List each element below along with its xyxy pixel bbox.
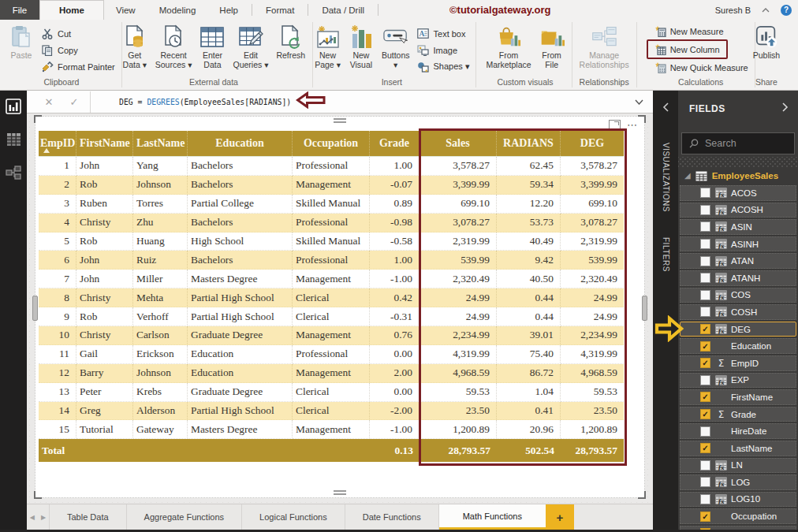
new-page-button[interactable]: New Page ▾ <box>311 22 345 71</box>
field-item-education[interactable]: ✓Education <box>680 338 796 354</box>
checkbox-unchecked[interactable] <box>700 494 710 504</box>
tab-modeling[interactable]: Modeling <box>147 0 208 20</box>
publish-button[interactable]: Publish <box>745 22 788 62</box>
page-tab-logical-functions[interactable]: Logical Functions <box>242 504 345 530</box>
field-item-atan[interactable]: fxATAN <box>680 253 796 269</box>
table-visual[interactable]: ⋯ EmpIDFirstNameLastNameEducationOccupat… <box>35 116 645 498</box>
more-options-icon[interactable]: ⋯ <box>627 123 638 128</box>
tab-file[interactable]: File <box>0 0 39 20</box>
new-measure-button[interactable]: New Measure <box>651 22 727 40</box>
help-icon[interactable]: ? <box>781 5 792 16</box>
field-item-ln[interactable]: fxLN <box>680 458 796 474</box>
tab-help[interactable]: Help <box>207 0 250 20</box>
text-box-button[interactable]: A Text box <box>414 25 469 42</box>
column-header-education[interactable]: Education <box>188 131 293 156</box>
field-item-log[interactable]: fxLOG <box>680 474 796 490</box>
field-item-asin[interactable]: fxASIN <box>680 219 796 235</box>
formula-expression[interactable]: DEG = DEGREES(EmployeeSales[RADIANS]) <box>119 98 291 106</box>
table-header-row[interactable]: EmpIDFirstNameLastNameEducationOccupatio… <box>39 131 624 157</box>
from-marketplace-button[interactable]: From Marketplace <box>482 22 535 71</box>
table-row[interactable]: 11GailEricksonEducationProfessional0.004… <box>39 345 624 364</box>
cancel-formula-icon[interactable]: ✕ <box>39 96 58 108</box>
checkbox-checked[interactable]: ✓ <box>700 512 710 522</box>
column-header-grade[interactable]: Grade <box>370 131 420 156</box>
page-tab-date-functions[interactable]: Date Functions <box>345 504 438 530</box>
checkbox-unchecked[interactable] <box>700 307 710 317</box>
checkbox-unchecked[interactable] <box>700 477 710 487</box>
new-page-tab-button[interactable]: + <box>546 504 574 530</box>
column-header-radians[interactable]: RADIANS <box>497 131 561 156</box>
page-tab-math-functions[interactable]: Math Functions <box>439 504 546 530</box>
report-view-icon[interactable] <box>6 99 21 114</box>
recent-sources-button[interactable]: Recent Sources ▾ <box>151 22 196 71</box>
drag-handle-bottom[interactable] <box>334 490 346 496</box>
column-header-sales[interactable]: Sales <box>420 131 497 156</box>
shapes-button[interactable]: Shapes ▾ <box>414 58 473 75</box>
checkbox-unchecked[interactable] <box>700 188 710 198</box>
checkbox-unchecked[interactable] <box>700 290 710 300</box>
field-item-acosh[interactable]: fxACOSH <box>680 203 796 218</box>
table-row[interactable]: 8ChristyMehtaPartial High SchoolClerical… <box>39 288 624 307</box>
table-row[interactable]: 3RubenTorresPartial CollegeSkilled Manua… <box>39 195 624 214</box>
data-view-icon[interactable] <box>6 132 21 147</box>
collapse-ribbon-icon[interactable] <box>762 6 770 14</box>
table-row[interactable]: 12BarryJohnsonEducationManagement2.004,9… <box>39 364 624 383</box>
column-header-firstname[interactable]: FirstName <box>76 131 133 156</box>
table-row[interactable]: 7JohnMillerMasters DegreeManagement-1.00… <box>39 270 624 288</box>
new-quick-measure-button[interactable]: New Quick Measure <box>651 58 751 76</box>
column-header-deg[interactable]: DEG <box>561 131 624 156</box>
table-row[interactable]: 15TutorialGatewayMasters DegreeManagemen… <box>39 420 624 439</box>
fields-table-employeesales[interactable]: ◢ EmployeeSales <box>678 167 798 184</box>
column-header-empid[interactable]: EmpID <box>39 131 76 156</box>
checkbox-unchecked[interactable] <box>700 426 710 437</box>
commit-formula-icon[interactable]: ✓ <box>65 96 84 108</box>
table-row[interactable]: 13PeterKrebsGraduate DegreeClerical0.005… <box>39 383 624 402</box>
field-item-empid[interactable]: ✓ΣEmpID <box>680 355 796 371</box>
checkbox-unchecked[interactable] <box>700 239 710 249</box>
expand-fields-icon[interactable] <box>782 102 789 114</box>
cut-button[interactable]: Cut <box>38 25 74 42</box>
table-row[interactable]: 5RobHuangHigh SchoolSkilled Manual-0.582… <box>39 233 624 251</box>
field-item-exp[interactable]: fxEXP <box>680 373 796 389</box>
checkbox-checked[interactable]: ✓ <box>700 341 710 352</box>
format-painter-button[interactable]: Format Painter <box>38 58 118 75</box>
resize-handle-left[interactable] <box>32 296 38 321</box>
checkbox-checked[interactable]: ✓ <box>700 392 710 402</box>
field-item-hiredate[interactable]: HireDate <box>680 423 796 439</box>
model-view-icon[interactable] <box>6 165 21 180</box>
refresh-button[interactable]: Refresh <box>272 22 309 62</box>
field-item-grade[interactable]: ✓ΣGrade <box>680 407 796 422</box>
new-column-button[interactable]: New Column <box>651 40 723 58</box>
field-item-cosh[interactable]: fxCOSH <box>680 304 796 320</box>
page-tab-table-data[interactable]: Table Data <box>50 504 126 530</box>
filters-panel-label[interactable]: FILTERS <box>662 237 670 272</box>
column-header-lastname[interactable]: LastName <box>133 131 188 156</box>
tab-data-drill[interactable]: Data / Drill <box>310 0 376 20</box>
field-item-lastname[interactable]: ✓LastName <box>680 441 796 456</box>
checkbox-unchecked[interactable] <box>700 221 710 232</box>
new-visual-button[interactable]: New Visual <box>345 22 378 71</box>
checkbox-unchecked[interactable] <box>700 273 710 283</box>
field-item-atanh[interactable]: fxATANH <box>680 270 796 286</box>
checkbox-checked[interactable]: ✓ <box>700 358 710 368</box>
column-header-occupation[interactable]: Occupation <box>293 131 370 156</box>
expand-formula-icon[interactable] <box>635 97 643 106</box>
field-item-deg[interactable]: ✓fxDEG <box>680 322 796 337</box>
field-item-asinh[interactable]: fxASINH <box>680 236 796 252</box>
field-item-log10[interactable]: fxLOG10 <box>680 492 796 508</box>
user-name[interactable]: Suresh B <box>715 6 751 15</box>
visualizations-panel-label[interactable]: VISUALIZATIONS <box>662 143 670 212</box>
next-page-icon[interactable]: ▶ <box>41 514 46 521</box>
tab-home[interactable]: Home <box>39 0 104 20</box>
checkbox-checked[interactable]: ✓ <box>700 324 710 334</box>
table-row[interactable]: 1JohnYangBachelorsProfessional1.003,578.… <box>39 157 624 176</box>
checkbox-unchecked[interactable] <box>700 256 710 266</box>
buttons-button[interactable]: Buttons ▾ <box>378 22 414 71</box>
tab-view[interactable]: View <box>104 0 147 20</box>
tab-format[interactable]: Format <box>254 0 306 20</box>
field-item-acos[interactable]: fxACOS <box>680 185 796 201</box>
from-file-button[interactable]: From File <box>535 22 569 71</box>
formula-bar[interactable]: ✕ ✓ DEG = DEGREES(EmployeeSales[RADIANS]… <box>27 91 653 113</box>
manage-relationships-button[interactable]: Manage Relationships <box>576 22 633 71</box>
resize-handle-right[interactable] <box>642 296 647 321</box>
